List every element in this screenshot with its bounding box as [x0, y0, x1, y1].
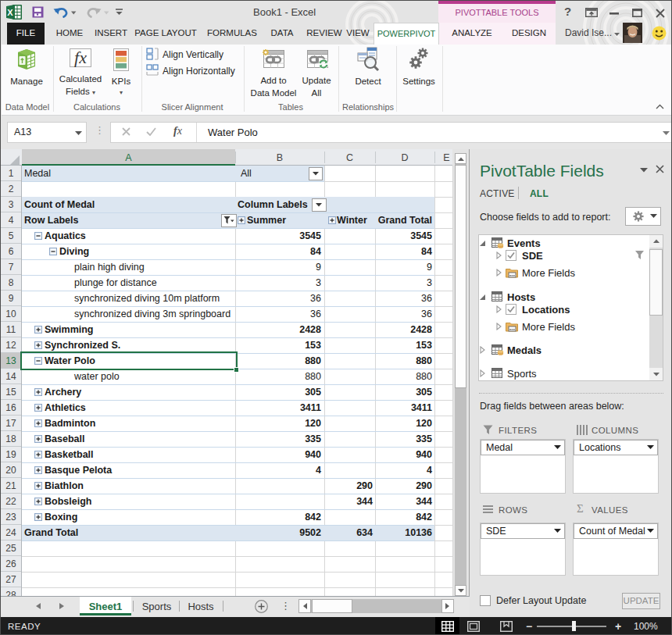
svg-text:X: X: [7, 8, 13, 17]
svg-text:fx: fx: [74, 48, 87, 67]
